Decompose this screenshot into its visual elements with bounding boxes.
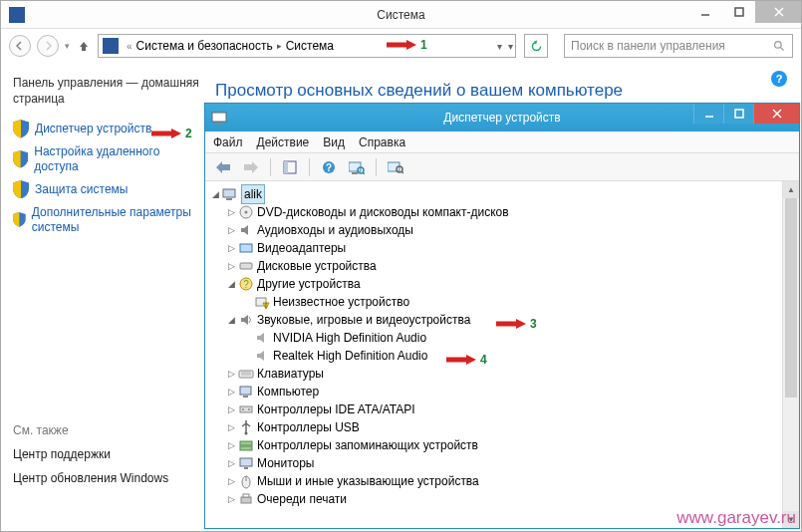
svg-rect-48 bbox=[241, 497, 251, 503]
tree-node-unknown[interactable]: !Неизвестное устройство bbox=[209, 293, 780, 311]
tree-node[interactable]: ▷Дисковые устройства bbox=[209, 257, 780, 275]
device-tree[interactable]: ◢ alik ▷DVD-дисководы и дисководы компак… bbox=[205, 181, 782, 528]
tool-properties-button[interactable] bbox=[384, 156, 407, 178]
tree-root[interactable]: ◢ alik bbox=[209, 185, 780, 203]
tree-node[interactable]: ▷Клавиатуры bbox=[209, 365, 780, 383]
breadcrumb-icon bbox=[103, 38, 119, 54]
tree-label: Дисковые устройства bbox=[257, 257, 377, 275]
tool-scan-button[interactable] bbox=[345, 156, 369, 178]
shield-icon bbox=[13, 212, 26, 228]
ide-icon bbox=[238, 401, 254, 417]
tree-node[interactable]: ▷Мыши и иные указывающие устройства bbox=[209, 472, 780, 490]
vertical-scrollbar[interactable]: ▲ ▼ bbox=[782, 181, 799, 528]
expand-icon[interactable]: ▷ bbox=[225, 221, 237, 239]
sidebar-heading[interactable]: Панель управления — домашняя страница bbox=[13, 75, 199, 107]
sidebar-link-advanced[interactable]: Дополнительные параметры системы bbox=[13, 205, 199, 234]
collapse-icon[interactable]: ◢ bbox=[225, 311, 237, 329]
tree-node[interactable]: ▷Контроллеры IDE ATA/ATAPI bbox=[209, 400, 780, 418]
sidebar-link-device-manager[interactable]: Диспетчер устройств bbox=[13, 121, 199, 136]
svg-rect-24 bbox=[226, 198, 232, 200]
back-button[interactable] bbox=[9, 35, 31, 57]
up-button[interactable] bbox=[76, 38, 92, 54]
menu-help[interactable]: Справка bbox=[359, 135, 405, 149]
dm-maximize-button[interactable] bbox=[723, 104, 753, 124]
maximize-button[interactable] bbox=[721, 1, 755, 23]
tool-forward-button[interactable] bbox=[239, 156, 263, 178]
tree-label: DVD-дисководы и дисководы компакт-дисков bbox=[257, 203, 509, 221]
collapse-icon[interactable]: ◢ bbox=[209, 185, 221, 203]
refresh-button[interactable] bbox=[524, 34, 548, 58]
breadcrumb-sep: « bbox=[127, 41, 133, 52]
tree-node-other[interactable]: ◢?Другие устройства bbox=[209, 275, 780, 293]
expand-icon[interactable]: ▷ bbox=[225, 454, 237, 472]
tree-node[interactable]: ▷Контроллеры USB bbox=[209, 418, 780, 436]
expand-icon[interactable]: ▷ bbox=[225, 418, 237, 436]
sidebar-link-protection[interactable]: Защита системы bbox=[13, 181, 199, 197]
shield-icon bbox=[13, 151, 28, 167]
breadcrumb-dropdowns[interactable]: ▾ ▾ bbox=[497, 41, 513, 52]
dm-titlebar[interactable]: Диспетчер устройств bbox=[205, 104, 799, 132]
breadcrumb-bar[interactable]: « Система и безопасность ▸ Система ▾ ▾ bbox=[98, 34, 516, 58]
menu-file[interactable]: Файл bbox=[213, 135, 243, 149]
menu-action[interactable]: Действие bbox=[257, 135, 310, 149]
tree-node[interactable]: ▷Контроллеры запоминающих устройств bbox=[209, 436, 780, 454]
svg-rect-17 bbox=[352, 172, 358, 174]
tree-node[interactable]: ▷DVD-дисководы и дисководы компакт-диско… bbox=[209, 203, 780, 221]
dm-close-button[interactable] bbox=[753, 104, 799, 124]
expand-icon[interactable]: ▷ bbox=[225, 383, 237, 400]
svg-rect-28 bbox=[240, 263, 252, 269]
svg-line-5 bbox=[780, 47, 783, 50]
device-manager-window: Диспетчер устройств Файл Действие Вид Сп… bbox=[204, 103, 800, 529]
tree-node[interactable]: ▷Очереди печати bbox=[209, 490, 780, 508]
keyboard-icon bbox=[238, 366, 254, 382]
expand-icon[interactable]: ▷ bbox=[225, 436, 237, 454]
system-navbar: ▾ « Система и безопасность ▸ Система ▾ ▾… bbox=[1, 29, 801, 63]
expand-icon[interactable]: ▷ bbox=[225, 365, 237, 383]
search-box[interactable]: Поиск в панели управления bbox=[564, 34, 793, 58]
collapse-icon[interactable]: ◢ bbox=[225, 275, 237, 293]
breadcrumb-seg-1[interactable]: Система и безопасность bbox=[136, 39, 273, 53]
breadcrumb-seg-2[interactable]: Система bbox=[286, 39, 334, 53]
tree-node-realtek-audio[interactable]: Realtek High Definition Audio bbox=[209, 347, 780, 365]
tool-show-hidden-button[interactable] bbox=[278, 156, 302, 178]
toolbar-sep bbox=[270, 158, 271, 176]
sidebar-plain-update[interactable]: Центр обновления Windows bbox=[13, 471, 199, 485]
expand-icon[interactable]: ▷ bbox=[225, 239, 237, 257]
forward-button[interactable] bbox=[37, 35, 59, 57]
expand-icon[interactable]: ▷ bbox=[225, 490, 237, 508]
sidebar-plain-support[interactable]: Центр поддержки bbox=[13, 447, 199, 461]
disk-icon bbox=[238, 258, 254, 274]
dm-title: Диспетчер устройств bbox=[443, 111, 560, 125]
sidebar-link-remote[interactable]: Настройка удаленного доступа bbox=[13, 144, 199, 173]
minimize-button[interactable] bbox=[687, 1, 721, 23]
tree-node-nvidia-audio[interactable]: NVIDIA High Definition Audio bbox=[209, 329, 780, 347]
watermark: www.garayev.ru bbox=[676, 508, 796, 528]
svg-point-40 bbox=[248, 408, 250, 410]
tool-help-button[interactable]: ? bbox=[317, 156, 341, 178]
menu-view[interactable]: Вид bbox=[323, 135, 345, 149]
tree-node[interactable]: ▷Мониторы bbox=[209, 454, 780, 472]
tree-node-sound[interactable]: ◢Звуковые, игровые и видеоустройства bbox=[209, 311, 780, 329]
sidebar-link-label: Настройка удаленного доступа bbox=[34, 144, 199, 173]
scroll-thumb[interactable] bbox=[785, 198, 797, 398]
scroll-up-button[interactable]: ▲ bbox=[783, 181, 799, 198]
search-placeholder: Поиск в панели управления bbox=[571, 39, 725, 53]
svg-line-19 bbox=[363, 172, 365, 174]
dm-minimize-button[interactable] bbox=[693, 104, 723, 124]
tree-node[interactable]: ▷Компьютер bbox=[209, 383, 780, 400]
tool-back-button[interactable] bbox=[211, 156, 235, 178]
expand-icon[interactable]: ▷ bbox=[225, 203, 237, 221]
svg-rect-38 bbox=[240, 406, 252, 412]
close-button[interactable] bbox=[755, 1, 801, 23]
tree-node[interactable]: ▷Видеоадаптеры bbox=[209, 239, 780, 257]
expand-icon[interactable]: ▷ bbox=[225, 257, 237, 275]
tree-node[interactable]: ▷Аудиовходы и аудиовыходы bbox=[209, 221, 780, 239]
expand-icon[interactable]: ▷ bbox=[225, 400, 237, 418]
recent-dropdown-icon[interactable]: ▾ bbox=[65, 41, 70, 51]
tree-label: Realtek High Definition Audio bbox=[273, 347, 427, 365]
chevron-right-icon[interactable]: ▸ bbox=[277, 41, 282, 51]
sound-icon bbox=[254, 348, 270, 364]
expand-icon[interactable]: ▷ bbox=[225, 472, 237, 490]
tree-label: Контроллеры USB bbox=[257, 418, 360, 436]
system-titlebar[interactable]: Система bbox=[1, 1, 801, 29]
